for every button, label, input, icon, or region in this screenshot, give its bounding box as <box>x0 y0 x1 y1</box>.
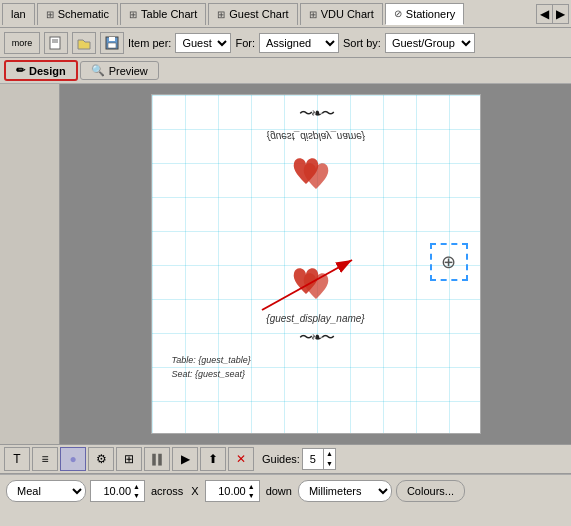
design-page: 〜❧〜 {guest_display_name} {guest_displ <box>151 94 481 434</box>
sort-by-select[interactable]: Guest/Group <box>385 33 475 53</box>
design-tab[interactable]: ✏ Design <box>4 60 78 81</box>
colours-button[interactable]: Colours... <box>396 480 465 502</box>
down-input[interactable] <box>210 485 246 497</box>
tab-bar: lan ⊞ Schematic ⊞ Table Chart ⊞ Guest Ch… <box>0 0 571 28</box>
columns-tool-icon: ∥∥ <box>151 452 163 466</box>
settings-tool-button[interactable]: ⚙ <box>88 447 114 471</box>
left-panel <box>0 84 60 444</box>
guides-down-arrow[interactable]: ▼ <box>324 459 335 469</box>
tab-vdu-chart[interactable]: ⊞ VDU Chart <box>300 3 383 25</box>
tab-guest-chart-label: Guest Chart <box>229 8 288 20</box>
item-per-label: Item per: <box>128 37 171 49</box>
tab-guest-chart[interactable]: ⊞ Guest Chart <box>208 3 297 25</box>
svg-rect-5 <box>108 43 116 48</box>
line-tool-button[interactable]: ≡ <box>32 447 58 471</box>
upload-tool-button[interactable]: ⬆ <box>200 447 226 471</box>
guides-arrows[interactable]: ▲ ▼ <box>323 449 335 469</box>
table-info-line1: Table: {guest_table} <box>172 353 251 367</box>
toolbar: more Item per: Guest For: Assigned Sort … <box>0 28 571 58</box>
for-select[interactable]: Assigned <box>259 33 339 53</box>
main-area: 〜❧〜 {guest_display_name} {guest_displ <box>0 84 571 444</box>
target-box[interactable]: ⊕ <box>430 243 468 281</box>
table-info-line2: Seat: {guest_seat} <box>172 367 251 381</box>
oval-tool-icon: ● <box>69 452 76 466</box>
text-tool-icon: T <box>13 452 20 466</box>
down-down[interactable]: ▼ <box>248 491 255 500</box>
across-label: across <box>149 485 185 497</box>
guides-value: 5 <box>303 453 323 465</box>
for-label: For: <box>235 37 255 49</box>
save-button[interactable] <box>100 32 124 54</box>
line-tool-icon: ≡ <box>41 452 48 466</box>
preview-tab[interactable]: 🔍 Preview <box>80 61 159 80</box>
heart-icon-top <box>286 150 346 214</box>
tab-guest-chart-icon: ⊞ <box>217 9 225 20</box>
status-bar: Meal ▲ ▼ across X ▲ ▼ down Millimeters C… <box>0 474 571 506</box>
deco-top: 〜❧〜 <box>299 105 333 123</box>
tab-scroll-arrows[interactable]: ◀ ▶ <box>536 4 569 24</box>
preview-tab-label: Preview <box>109 65 148 77</box>
tab-table-chart-label: Table Chart <box>141 8 197 20</box>
crosshair-icon: ⊕ <box>441 253 456 271</box>
design-pencil-icon: ✏ <box>16 64 25 77</box>
bottom-toolbar: T ≡ ● ⚙ ⊞ ∥∥ ▶ ⬆ ✕ Guides: 5 ▲ ▼ <box>0 444 571 474</box>
unit-select[interactable]: Millimeters Centimeters Inches <box>298 480 392 502</box>
new-button[interactable] <box>44 32 68 54</box>
tab-lan-label: lan <box>11 8 26 20</box>
x-separator: X <box>189 485 200 497</box>
grid-tool-button[interactable]: ⊞ <box>116 447 142 471</box>
table-info: Table: {guest_table} Seat: {guest_seat} <box>172 353 251 381</box>
tab-stationery[interactable]: ⊘ Stationery <box>385 3 465 25</box>
svg-rect-4 <box>109 37 115 41</box>
guest-name-bottom: {guest_display_name} <box>266 313 364 324</box>
text-tool-button[interactable]: T <box>4 447 30 471</box>
meal-select[interactable]: Meal <box>6 480 86 502</box>
design-tab-label: Design <box>29 65 66 77</box>
delete-tool-icon: ✕ <box>236 452 246 466</box>
guides-label: Guides: <box>262 453 300 465</box>
tab-vdu-chart-label: VDU Chart <box>321 8 374 20</box>
svg-rect-0 <box>50 37 60 49</box>
more-button[interactable]: more <box>4 32 40 54</box>
down-label: down <box>264 485 294 497</box>
tab-stationery-label: Stationery <box>406 8 456 20</box>
columns-tool-button[interactable]: ∥∥ <box>144 447 170 471</box>
across-input-container: ▲ ▼ <box>90 480 145 502</box>
tab-schematic[interactable]: ⊞ Schematic <box>37 3 118 25</box>
guides-spinner[interactable]: 5 ▲ ▼ <box>302 448 336 470</box>
settings-tool-icon: ⚙ <box>96 452 107 466</box>
across-up[interactable]: ▲ <box>133 482 140 491</box>
down-input-container: ▲ ▼ <box>205 480 260 502</box>
across-spin-buttons[interactable]: ▲ ▼ <box>133 482 140 500</box>
open-button[interactable] <box>72 32 96 54</box>
tab-lan[interactable]: lan <box>2 3 35 25</box>
across-input[interactable] <box>95 485 131 497</box>
play-tool-icon: ▶ <box>181 452 190 466</box>
preview-icon: 🔍 <box>91 64 105 77</box>
view-tabs: ✏ Design 🔍 Preview <box>0 58 571 84</box>
tab-scroll-left[interactable]: ◀ <box>537 5 553 23</box>
tab-scroll-right[interactable]: ▶ <box>553 5 568 23</box>
item-per-select[interactable]: Guest <box>175 33 231 53</box>
delete-tool-button[interactable]: ✕ <box>228 447 254 471</box>
tab-schematic-icon: ⊞ <box>46 9 54 20</box>
sort-by-label: Sort by: <box>343 37 381 49</box>
canvas-area: 〜❧〜 {guest_display_name} {guest_displ <box>60 84 571 444</box>
deco-bottom: 〜❧〜 <box>299 329 333 347</box>
tab-schematic-label: Schematic <box>58 8 109 20</box>
guides-up-arrow[interactable]: ▲ <box>324 449 335 459</box>
oval-tool-button[interactable]: ● <box>60 447 86 471</box>
grid-tool-icon: ⊞ <box>124 452 134 466</box>
tab-vdu-chart-icon: ⊞ <box>309 9 317 20</box>
across-down[interactable]: ▼ <box>133 491 140 500</box>
tab-table-chart[interactable]: ⊞ Table Chart <box>120 3 206 25</box>
down-spin-buttons[interactable]: ▲ ▼ <box>248 482 255 500</box>
tab-table-chart-icon: ⊞ <box>129 9 137 20</box>
down-up[interactable]: ▲ <box>248 482 255 491</box>
tab-stationery-icon: ⊘ <box>394 8 402 19</box>
guest-name-flipped: {guest_display_name} <box>266 131 364 142</box>
play-tool-button[interactable]: ▶ <box>172 447 198 471</box>
upload-tool-icon: ⬆ <box>208 452 218 466</box>
